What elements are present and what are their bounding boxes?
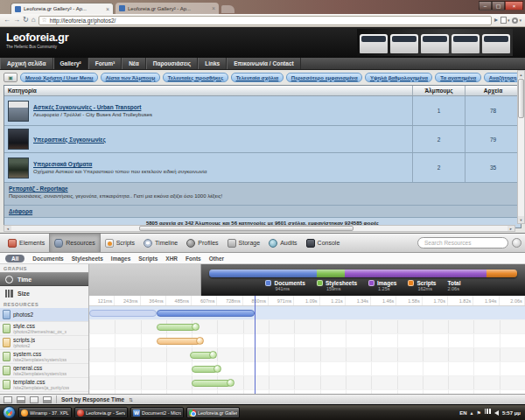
address-bar[interactable]: ☆ http://leoforeia.gr/photos2/ (38, 16, 492, 25)
devtools-tab-storage[interactable]: Storage (223, 234, 265, 252)
gallery-home-button[interactable]: ▣ (4, 73, 18, 82)
nav-item--[interactable]: Νέα (122, 58, 146, 69)
nav-item--[interactable]: Αρχική σελίδα (0, 58, 53, 69)
graph-item-time[interactable]: Time (0, 272, 88, 286)
timeline-row-general.css[interactable] (89, 362, 525, 376)
nav-item-forum-[interactable]: Forum³ (88, 58, 122, 69)
scroll-left-icon[interactable]: ◂ (4, 226, 11, 231)
devtools-tab-profiles[interactable]: Profiles (182, 234, 222, 252)
resource-item[interactable]: photos2 (0, 308, 88, 322)
forward-icon[interactable]: → (13, 16, 20, 24)
category-link[interactable]: Υπηρεσιακά Οχήματα (33, 161, 206, 167)
gallery-menu-button[interactable]: Περισσότερο εμφανισμένα (286, 73, 362, 82)
scroll-down-icon[interactable]: ▾ (518, 216, 524, 223)
browser-tab[interactable]: Leoforeia.gr Gallery² - Ap...× (116, 3, 219, 14)
filter-stylesheets[interactable]: Stylesheets (72, 256, 103, 262)
devtools-tab-resources[interactable]: Resources (49, 234, 100, 252)
timeline-row-photos2[interactable] (89, 306, 525, 320)
category-thumbnail[interactable] (8, 158, 29, 178)
devtools-tab-scripts[interactable]: Scripts (101, 234, 139, 252)
back-icon[interactable]: ← (4, 16, 10, 24)
table-section-row[interactable]: Ρεπορτάζ - ReportageΠαρουσιάσεις, συναντ… (4, 183, 521, 206)
table-row[interactable]: Υπεραστικές Συγκοινωνίες279 (4, 126, 521, 153)
gallery-menu-button[interactable]: Τελευταίες προσθήκες (163, 73, 228, 82)
table-section-row[interactable]: Διάφορα (4, 206, 521, 218)
minimize-button[interactable]: – (479, 1, 492, 10)
sort-by-dropdown[interactable]: Sort by Response Time (61, 396, 124, 402)
search-resources-input[interactable] (417, 237, 508, 248)
filter-all[interactable]: All (5, 255, 24, 262)
resource-item[interactable]: scripts.js/photos2 (0, 336, 88, 350)
close-window-button[interactable]: × (505, 1, 523, 10)
home-icon[interactable]: ⌂ (32, 16, 36, 24)
table-row[interactable]: Υπηρεσιακά ΟχήματαΟχήματα Αστικού και Υπ… (4, 153, 521, 183)
taskbar-task[interactable]: WDocument2 - Micros... (130, 407, 184, 418)
maximize-button[interactable]: ▢ (492, 1, 505, 10)
category-link[interactable]: Αστικές Συγκοινωνίες - Urban Transport (33, 104, 152, 110)
devtools-tab-audits[interactable]: Audits (264, 234, 301, 252)
gallery-menu-button[interactable]: Τελευταία σχόλια (231, 73, 284, 82)
console-toggle-icon[interactable] (17, 396, 25, 403)
go-icon[interactable]: ▸ (494, 16, 498, 24)
taskbar-task[interactable]: Leoforeia.gr - Server ... (74, 407, 128, 418)
category-thumbnail[interactable] (8, 101, 29, 122)
filter-status-icon[interactable] (30, 396, 38, 403)
url-text[interactable]: http://leoforeia.gr/photos2/ (50, 18, 116, 24)
tab-close-icon[interactable]: × (212, 5, 215, 11)
resource-item[interactable]: template.css/site2/templates/ja_purity/c… (0, 378, 88, 392)
category-link[interactable]: Ρεπορτάζ - Reportage (9, 186, 516, 192)
scroll-right-icon[interactable]: ▸ (508, 226, 514, 231)
start-button[interactable] (3, 406, 16, 419)
category-thumbnail[interactable] (8, 129, 29, 150)
horizontal-scrollbar[interactable]: ◂ ▸ (4, 225, 515, 232)
resource-item[interactable]: style.css/photos2/themes/mac_ox_x (0, 322, 88, 336)
filter-images[interactable]: Images (111, 256, 130, 262)
bookmark-star-icon[interactable]: ☆ (42, 17, 47, 24)
gallery-menu-button[interactable]: Μενού Χρήστη / User Menu (20, 73, 98, 82)
vertical-scrollbar[interactable]: ▴ ▾ (517, 70, 525, 224)
devtools-tab-timeline[interactable]: Timeline (139, 234, 182, 252)
filter-xhr[interactable]: XHR (165, 256, 178, 262)
language-indicator[interactable]: EN (459, 410, 466, 416)
category-link[interactable]: Διάφορα (9, 208, 516, 214)
network-icon[interactable] (485, 409, 491, 414)
browser-tab[interactable]: Leoforeia.gr Gallery² - Ap...× (10, 3, 114, 14)
nav-item-gallery-[interactable]: Gallery² (53, 58, 88, 69)
devtools-tab-elements[interactable]: Elements (4, 234, 49, 252)
nav-item-links[interactable]: Links (198, 58, 227, 69)
gallery-menu-button[interactable]: Αναζήτηση (484, 73, 522, 82)
scroll-up-icon[interactable]: ▴ (518, 71, 524, 78)
filter-scripts[interactable]: Scripts (138, 256, 158, 262)
graph-item-size[interactable]: Size (0, 286, 88, 300)
taskbar-task[interactable]: Winamp - 37. XPL... (18, 407, 72, 418)
row-size-icon[interactable] (43, 396, 52, 403)
timeline-row-template.css[interactable] (89, 376, 525, 390)
volume-icon[interactable] (494, 410, 499, 416)
taskbar-task[interactable]: Leoforeia.gr Gallery²... (186, 407, 240, 418)
gallery-menu-button[interactable]: Τα αγαπημένα (435, 73, 481, 82)
resource-item[interactable]: system.css/site2/templates/system/css (0, 350, 88, 364)
filter-documents[interactable]: Documents (32, 256, 63, 262)
tools-menu-button[interactable]: ▾ (512, 18, 522, 24)
category-link[interactable]: Υπεραστικές Συγκοινωνίες (33, 136, 106, 143)
page-menu-button[interactable]: ▾ (500, 17, 510, 24)
timeline-row-system.css[interactable] (89, 348, 525, 362)
dock-icon[interactable] (4, 396, 12, 403)
nav-item--contact[interactable]: Επικοινωνία / Contact (227, 58, 300, 69)
resource-item[interactable]: general.css/site2/templates/system/css (0, 364, 88, 378)
reload-icon[interactable]: ↻ (23, 16, 29, 24)
devtools-tab-console[interactable]: Console (302, 234, 345, 252)
timeline-row-style.css[interactable] (89, 320, 525, 334)
clock[interactable]: 5:57 μμ (502, 410, 521, 416)
tab-close-icon[interactable]: × (106, 6, 109, 12)
timeline-row-scripts.js[interactable] (89, 334, 525, 348)
filter-other[interactable]: Other (209, 256, 224, 262)
new-tab-button[interactable] (221, 5, 234, 13)
gallery-menu-button[interactable]: Υψηλά βαθμολογημένα (365, 73, 432, 82)
vertical-scroll-thumb[interactable] (518, 79, 524, 118)
nav-item--[interactable]: Παρουσιάσεις (146, 58, 198, 69)
filter-fonts[interactable]: Fonts (186, 256, 201, 262)
settings-gear-icon[interactable] (512, 238, 522, 248)
site-logo[interactable]: Leoforeia.gr The Hellenic Bus Community (6, 31, 69, 49)
horizontal-scroll-thumb[interactable] (139, 226, 354, 231)
